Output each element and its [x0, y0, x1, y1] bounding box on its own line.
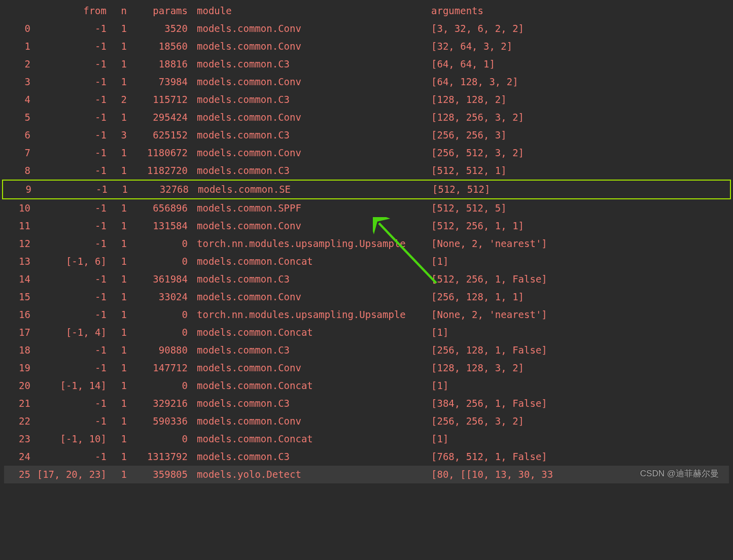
cell-idx: 24	[4, 448, 30, 466]
cell-n: 1	[107, 55, 127, 73]
table-row: 10-11656896models.common.SPPF[512, 512, …	[4, 199, 729, 217]
cell-arguments: [None, 2, 'nearest']	[431, 306, 729, 324]
cell-idx: 7	[4, 144, 30, 162]
cell-from: -1	[30, 412, 107, 430]
table-row: 14-11361984models.common.C3[512, 256, 1,…	[4, 270, 729, 288]
cell-from: -1	[30, 144, 107, 162]
cell-params: 0	[127, 324, 188, 341]
cell-module: models.common.SPPF	[188, 199, 431, 217]
cell-n: 1	[107, 395, 127, 412]
cell-idx: 19	[4, 359, 30, 377]
cell-module: models.common.C3	[188, 91, 431, 109]
cell-from: -1	[30, 73, 107, 91]
cell-module: models.common.C3	[188, 162, 431, 180]
table-row: 16-110torch.nn.modules.upsampling.Upsamp…	[4, 306, 729, 324]
cell-module: models.common.Concat	[188, 253, 431, 270]
cell-n: 1	[107, 20, 127, 38]
cell-n: 1	[107, 217, 127, 235]
table-row: 24-111313792models.common.C3[768, 512, 1…	[4, 448, 729, 466]
cell-idx: 8	[4, 162, 30, 180]
cell-idx: 23	[4, 430, 30, 448]
cell-params: 0	[127, 377, 188, 395]
cell-module: models.common.C3	[188, 448, 431, 466]
cell-params: 0	[127, 253, 188, 270]
cell-n: 1	[107, 359, 127, 377]
cell-arguments: [1]	[431, 430, 729, 448]
cell-idx: 9	[5, 181, 31, 198]
cell-params: 73984	[127, 73, 188, 91]
cell-params: 359805	[127, 466, 188, 483]
cell-params: 131584	[127, 217, 188, 235]
cell-idx: 21	[4, 395, 30, 412]
cell-from: -1	[30, 359, 107, 377]
cell-n: 1	[107, 162, 127, 180]
cell-idx: 25	[4, 466, 30, 483]
cell-module: models.common.Conv	[188, 288, 431, 306]
cell-arguments: [64, 128, 3, 2]	[431, 73, 729, 91]
cell-module: models.common.Concat	[188, 430, 431, 448]
table-row: 21-11329216models.common.C3[384, 256, 1,…	[4, 395, 729, 412]
table-row: 5-11295424models.common.Conv[128, 256, 3…	[4, 109, 729, 126]
cell-n: 1	[108, 181, 128, 198]
table-row: 15-1133024models.common.Conv[256, 128, 1…	[4, 288, 729, 306]
cell-n: 1	[107, 430, 127, 448]
cell-arguments: [128, 128, 2]	[431, 91, 729, 109]
table-row: 11-11131584models.common.Conv[512, 256, …	[4, 217, 729, 235]
cell-n: 1	[107, 341, 127, 359]
cell-from: -1	[30, 91, 107, 109]
cell-arguments: [256, 128, 1, False]	[431, 341, 729, 359]
cell-arguments: [512, 256, 1, False]	[431, 270, 729, 288]
table-row: 3-1173984models.common.Conv[64, 128, 3, …	[4, 73, 729, 91]
cell-n: 1	[107, 253, 127, 270]
cell-n: 1	[107, 235, 127, 253]
cell-n: 1	[107, 270, 127, 288]
cell-arguments: [128, 128, 3, 2]	[431, 359, 729, 377]
cell-arguments: [128, 256, 3, 2]	[431, 109, 729, 126]
cell-n: 1	[107, 109, 127, 126]
cell-from: -1	[30, 306, 107, 324]
cell-n: 1	[107, 448, 127, 466]
cell-arguments: [1]	[431, 377, 729, 395]
cell-from: [-1, 14]	[30, 377, 107, 395]
cell-idx: 18	[4, 341, 30, 359]
cell-n: 1	[107, 288, 127, 306]
cell-idx: 11	[4, 217, 30, 235]
cell-params: 625152	[127, 126, 188, 144]
cell-idx: 5	[4, 109, 30, 126]
cell-module: models.common.Conv	[188, 73, 431, 91]
cell-idx: 22	[4, 412, 30, 430]
cell-module: models.common.Conv	[188, 412, 431, 430]
cell-module: models.common.SE	[189, 181, 432, 198]
header-arguments: arguments	[431, 2, 729, 20]
cell-module: torch.nn.modules.upsampling.Upsample	[188, 306, 431, 324]
cell-module: models.common.Concat	[188, 324, 431, 341]
table-row: 4-12115712models.common.C3[128, 128, 2]	[4, 91, 729, 109]
table-row: 19-11147712models.common.Conv[128, 128, …	[4, 359, 729, 377]
cell-from: -1	[30, 126, 107, 144]
table-row: 9-1132768models.common.SE[512, 512]	[2, 180, 731, 199]
cell-params: 295424	[127, 109, 188, 126]
cell-idx: 17	[4, 324, 30, 341]
table-row: 1-1118560models.common.Conv[32, 64, 3, 2…	[4, 38, 729, 55]
cell-arguments: [256, 128, 1, 1]	[431, 288, 729, 306]
cell-n: 1	[107, 324, 127, 341]
cell-from: -1	[30, 217, 107, 235]
cell-params: 0	[127, 430, 188, 448]
cell-idx: 20	[4, 377, 30, 395]
cell-arguments: [256, 256, 3, 2]	[431, 412, 729, 430]
cell-arguments: [512, 512]	[432, 181, 728, 198]
cell-arguments: [512, 256, 1, 1]	[431, 217, 729, 235]
cell-params: 590336	[127, 412, 188, 430]
header-params: params	[127, 2, 188, 20]
cell-from: [17, 20, 23]	[30, 466, 107, 483]
cell-idx: 2	[4, 55, 30, 73]
table-row: 25[17, 20, 23]1359805models.yolo.Detect[…	[4, 466, 729, 483]
cell-module: models.common.C3	[188, 270, 431, 288]
cell-arguments: [768, 512, 1, False]	[431, 448, 729, 466]
header-module: module	[188, 2, 431, 20]
cell-from: -1	[30, 109, 107, 126]
cell-from: [-1, 6]	[30, 253, 107, 270]
cell-module: models.common.C3	[188, 126, 431, 144]
cell-arguments: [64, 64, 1]	[431, 55, 729, 73]
cell-from: -1	[30, 448, 107, 466]
